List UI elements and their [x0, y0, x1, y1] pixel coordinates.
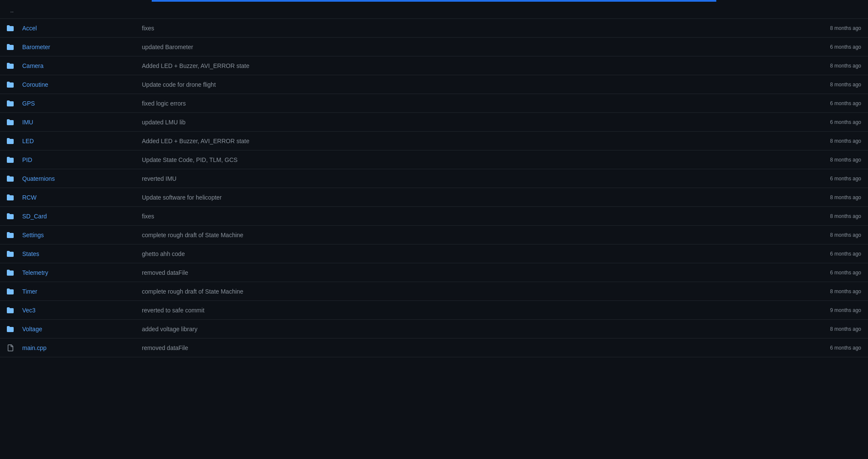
file-message: fixed logic errors [142, 100, 793, 107]
file-name[interactable]: Camera [22, 62, 142, 69]
file-time: 6 months ago [793, 345, 861, 351]
file-message: updated Barometer [142, 44, 793, 50]
folder-icon [7, 326, 22, 332]
file-name[interactable]: Barometer [22, 44, 142, 50]
file-message: removed dataFile [142, 269, 793, 276]
folder-icon [7, 232, 22, 238]
file-row[interactable]: main.cppremoved dataFile6 months ago [0, 338, 868, 357]
file-name[interactable]: Accel [22, 25, 142, 32]
file-time: 8 months ago [793, 288, 861, 294]
file-time: 8 months ago [793, 63, 861, 69]
folder-icon [7, 156, 22, 163]
file-name[interactable]: LED [22, 138, 142, 144]
file-name[interactable]: SD_Card [22, 213, 142, 220]
file-time: 8 months ago [793, 157, 861, 163]
file-message: Added LED + Buzzer, AVI_ERROR state [142, 138, 793, 144]
file-time: 6 months ago [793, 100, 861, 106]
file-name[interactable]: Quaternions [22, 175, 142, 182]
file-message: Update State Code, PID, TLM, GCS [142, 156, 793, 163]
folder-icon [7, 288, 22, 295]
file-message: complete rough draft of State Machine [142, 232, 793, 238]
dotdot-row[interactable]: .. [0, 2, 868, 19]
file-row[interactable]: Statesghetto ahh code6 months ago [0, 244, 868, 263]
file-message: ghetto ahh code [142, 250, 793, 257]
folder-icon [7, 213, 22, 220]
file-message: Update software for helicopter [142, 194, 793, 201]
file-message: complete rough draft of State Machine [142, 288, 793, 295]
file-row[interactable]: Quaternionsreverted IMU6 months ago [0, 169, 868, 188]
file-row[interactable]: PIDUpdate State Code, PID, TLM, GCS8 mon… [0, 150, 868, 169]
file-row[interactable]: IMUupdated LMU lib6 months ago [0, 113, 868, 132]
file-name[interactable]: GPS [22, 100, 142, 107]
file-name[interactable]: Settings [22, 232, 142, 238]
file-list: Accelfixes8 months ago Barometerupdated … [0, 19, 868, 357]
folder-icon [7, 100, 22, 107]
folder-icon [7, 269, 22, 276]
folder-icon [7, 119, 22, 126]
folder-icon [7, 25, 22, 32]
file-message: added voltage library [142, 326, 793, 332]
file-time: 8 months ago [793, 82, 861, 88]
folder-icon [7, 138, 22, 144]
folder-icon [7, 307, 22, 314]
file-name[interactable]: States [22, 250, 142, 257]
file-row[interactable]: Settingscomplete rough draft of State Ma… [0, 226, 868, 244]
file-message: reverted to safe commit [142, 307, 793, 314]
file-time: 8 months ago [793, 138, 861, 144]
file-doc-icon [7, 344, 22, 351]
dotdot-label: .. [10, 7, 14, 14]
file-message: Added LED + Buzzer, AVI_ERROR state [142, 62, 793, 69]
file-message: updated LMU lib [142, 119, 793, 126]
file-row[interactable]: Barometerupdated Barometer6 months ago [0, 38, 868, 56]
folder-icon [7, 194, 22, 201]
file-row[interactable]: GPSfixed logic errors6 months ago [0, 94, 868, 113]
file-name[interactable]: main.cpp [22, 344, 142, 351]
file-name[interactable]: IMU [22, 119, 142, 126]
file-row[interactable]: SD_Cardfixes8 months ago [0, 207, 868, 226]
file-name[interactable]: PID [22, 156, 142, 163]
folder-icon [7, 81, 22, 88]
folder-icon [7, 62, 22, 69]
file-row[interactable]: LEDAdded LED + Buzzer, AVI_ERROR state8 … [0, 132, 868, 150]
file-message: removed dataFile [142, 344, 793, 351]
file-time: 8 months ago [793, 213, 861, 219]
file-message: Update code for drone flight [142, 81, 793, 88]
file-time: 8 months ago [793, 232, 861, 238]
file-row[interactable]: CoroutineUpdate code for drone flight8 m… [0, 75, 868, 94]
file-row[interactable]: Vec3reverted to safe commit9 months ago [0, 301, 868, 320]
file-message: fixes [142, 25, 793, 32]
file-time: 8 months ago [793, 25, 861, 31]
file-name[interactable]: Telemetry [22, 269, 142, 276]
folder-icon [7, 250, 22, 257]
file-time: 6 months ago [793, 119, 861, 125]
file-name[interactable]: Vec3 [22, 307, 142, 314]
file-time: 6 months ago [793, 44, 861, 50]
file-time: 6 months ago [793, 176, 861, 182]
file-row[interactable]: Telemetryremoved dataFile6 months ago [0, 263, 868, 282]
file-message: reverted IMU [142, 175, 793, 182]
folder-icon [7, 44, 22, 50]
file-row[interactable]: Voltageadded voltage library8 months ago [0, 320, 868, 338]
file-time: 8 months ago [793, 326, 861, 332]
file-time: 9 months ago [793, 307, 861, 313]
file-name[interactable]: Coroutine [22, 81, 142, 88]
file-row[interactable]: Timercomplete rough draft of State Machi… [0, 282, 868, 301]
file-name[interactable]: Voltage [22, 326, 142, 332]
file-time: 6 months ago [793, 251, 861, 257]
file-message: fixes [142, 213, 793, 220]
file-name[interactable]: Timer [22, 288, 142, 295]
file-row[interactable]: CameraAdded LED + Buzzer, AVI_ERROR stat… [0, 56, 868, 75]
file-name[interactable]: RCW [22, 194, 142, 201]
folder-icon [7, 175, 22, 182]
file-time: 8 months ago [793, 194, 861, 200]
file-row[interactable]: RCWUpdate software for helicopter8 month… [0, 188, 868, 207]
file-row[interactable]: Accelfixes8 months ago [0, 19, 868, 38]
file-time: 6 months ago [793, 270, 861, 276]
